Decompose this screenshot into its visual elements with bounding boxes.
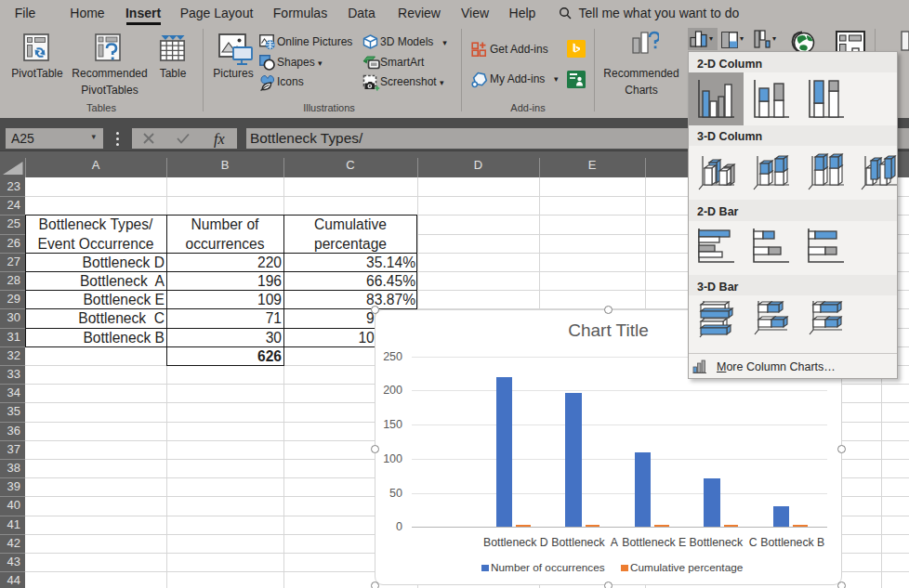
svg-text:fx: fx xyxy=(214,131,225,148)
